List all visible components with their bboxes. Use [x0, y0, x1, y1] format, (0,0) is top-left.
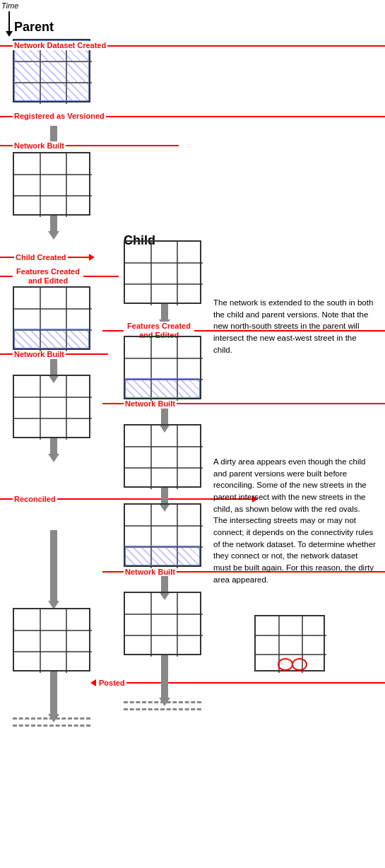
label-registered-versioned: Registered as Versioned — [0, 112, 385, 121]
parent-arrow-6 — [48, 671, 59, 722]
svg-point-44 — [278, 659, 292, 670]
annotation-2: A dirty area appears even though the chi… — [213, 456, 376, 585]
label-posted: Posted — [90, 679, 385, 687]
grid-svg-8 — [125, 426, 203, 489]
hatch-7 — [125, 378, 200, 398]
parent-arrow-2 — [48, 216, 59, 240]
parent-arrow-4 — [48, 438, 59, 462]
grid-svg-5 — [14, 609, 92, 673]
child-box-3 — [124, 424, 201, 488]
parent-box-2 — [13, 152, 90, 216]
child-arrow-5 — [159, 655, 170, 706]
annotation-1: The network is extended to the south in … — [213, 297, 376, 356]
child-dashed-bottom — [124, 701, 201, 703]
child-dashed-bottom-2 — [124, 708, 201, 710]
label-network-created: Network Dataset Created — [0, 41, 385, 50]
label-network-built-1: Network Built — [0, 141, 385, 150]
parent-box-5 — [13, 608, 90, 671]
child-box-5 — [124, 592, 201, 655]
parent-box-4 — [13, 375, 90, 438]
dirty-area-svg — [256, 616, 326, 673]
grid-svg-10 — [125, 593, 203, 657]
parent-box-3 — [13, 286, 90, 350]
diagram-container: Time Parent Network Dataset Created Regi… — [0, 0, 385, 868]
parent-arrow-5 — [48, 530, 59, 609]
parent-dashed-bottom-2 — [13, 725, 90, 727]
svg-point-45 — [292, 659, 307, 670]
hatch-9 — [125, 546, 200, 565]
parent-dashed-bottom — [13, 717, 90, 720]
child-box-4 — [124, 503, 201, 567]
grid-svg-4 — [14, 376, 92, 440]
dirty-area-box — [254, 615, 325, 671]
parent-header: Parent — [14, 20, 54, 35]
child-box-2 — [124, 336, 201, 399]
time-arrow — [6, 11, 13, 37]
time-label: Time — [1, 1, 18, 10]
grid-svg-6 — [125, 242, 203, 305]
grid-svg-2 — [14, 153, 92, 217]
child-box-1 — [124, 240, 201, 304]
hatch-3 — [14, 329, 89, 348]
